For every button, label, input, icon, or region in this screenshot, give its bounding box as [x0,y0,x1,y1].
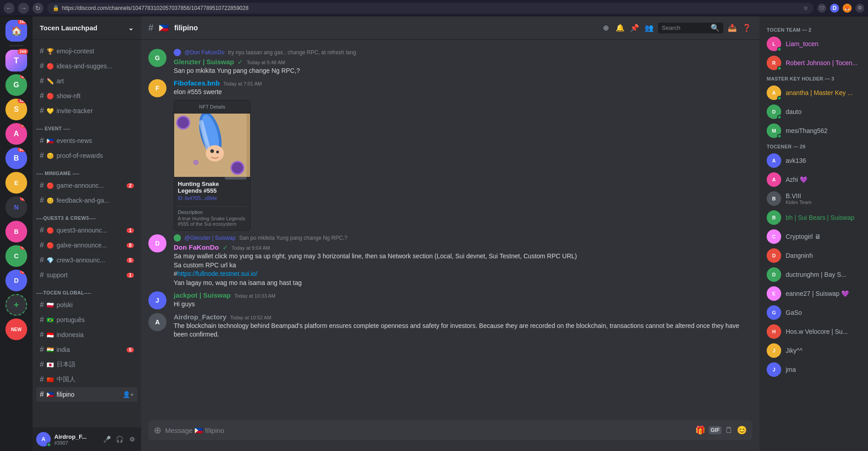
channel-name: ideas-and-sugges... [57,62,134,70]
channel-item-quest3[interactable]: # 🔴 quest3-announc... 1 [36,223,138,237]
hash-icon: # [40,181,44,190]
member-item-dauto[interactable]: D dauto [763,102,864,121]
channel-name: india [57,346,124,353]
message-author[interactable]: Glenzter | Suiswap [174,58,234,66]
channel-name: emoji-contest [57,47,134,55]
gift-icon[interactable]: 🎁 [695,425,705,435]
channel-item-invite-tracker[interactable]: # 💛 invite-tracker [36,104,138,118]
sticker-icon[interactable]: 🗒 [725,426,733,435]
channel-name: português [57,316,134,323]
notification-button[interactable]: 🔔 [615,23,626,33]
member-item-cryptogirl[interactable]: C Cryptogirl 🖥 [763,227,864,246]
server-add-icon[interactable]: + [5,294,27,316]
member-item-robert[interactable]: R Robert Johnson | Tocen... [763,53,864,72]
server-icon-5[interactable]: B 287 [5,147,27,169]
channel-item-show-nft[interactable]: # 🔴 show-nft [36,89,138,103]
help-button[interactable]: ❓ [741,23,752,33]
server-icon-3[interactable]: S 129 [5,99,27,120]
hash-icon: # [40,361,44,369]
member-item-dangninh[interactable]: D Dangninh [763,246,864,265]
message-author[interactable]: Airdrop_Factory [174,313,227,321]
channel-item-game-announc[interactable]: # 🔴 game-announc... 2 [36,178,138,193]
server-icon-10[interactable]: D 46 [5,270,27,291]
server-icon-2[interactable]: G 21 [5,74,27,96]
hash-icon: # [40,256,44,264]
channel-item-indonesia[interactable]: # 🇮🇩 indonesia [36,328,138,342]
mute-button[interactable]: 🎤 [101,434,112,445]
server-icon-7[interactable]: N 95 [5,196,27,218]
forward-button[interactable]: → [18,3,29,14]
members-button[interactable]: 👥 [644,23,655,33]
channel-name: invite-tracker [57,107,134,114]
inbox-button[interactable]: 📥 [727,23,738,33]
emoji-icon[interactable]: 😊 [737,425,747,435]
member-item-jma[interactable]: J jma [763,360,864,379]
channel-item-polski[interactable]: # 🇵🇱 polski [36,298,138,312]
member-item-ductrunghm[interactable]: D ductrunghm | Bay S... [763,265,864,284]
member-item-bh[interactable]: B bh | Sui Bears | Suiswap [763,208,864,227]
server-icon-4[interactable]: A 36 [5,123,27,145]
member-item-jiky[interactable]: J Jiky^^ [763,341,864,360]
search-input[interactable] [662,24,707,31]
settings-button[interactable]: ⚙ [127,434,138,445]
channel-item-emoji-contest[interactable]: # 🏆 emoji-contest [36,44,138,58]
channel-item-chinese[interactable]: # 🇨🇳 中国人 [36,372,138,387]
rpc-link[interactable]: https://fullnode.testnet.sui.io/ [177,270,257,277]
server-icon-home[interactable]: 🏠 157 [5,20,27,42]
member-item-eanne27[interactable]: E eanne27 | Suiswap 💜 [763,284,864,303]
message-input[interactable] [165,423,692,438]
member-item-avk136[interactable]: A avk136 [763,151,864,170]
profile-icon[interactable]: D [830,4,839,13]
attach-button[interactable]: ⊕ [154,425,161,436]
online-dot [777,66,782,71]
threads-button[interactable]: ⊕ [600,23,611,33]
member-section-tocen-team: TOCEN TEAM — 2 [763,24,864,34]
channel-item-events-news[interactable]: # 🇵🇭 events-news [36,133,138,148]
member-item-bviii[interactable]: B B.VIII Kidex Team [763,189,864,208]
channel-name: 中国人 [57,375,134,384]
channel-item-portugues[interactable]: # 🇧🇷 português [36,313,138,327]
member-add-icon[interactable]: 👤+ [123,391,134,398]
channel-item-proof-of-rewards[interactable]: # 😊 proof-of-rewards [36,148,138,163]
back-button[interactable]: ← [4,3,14,14]
deafen-button[interactable]: 🎧 [114,434,125,445]
member-avatar: B [767,210,781,225]
channel-item-india[interactable]: # 🇮🇳 india 5 [36,342,138,357]
category-minigame: ---- MINIGAME ---- [33,163,141,178]
avatar-col: D [148,234,166,287]
channel-item-japanese[interactable]: # 🇯🇵 日本語 [36,357,138,372]
channel-item-feedback[interactable]: # 😊 feedback-and-ga... [36,193,138,208]
server-icon-tocen[interactable]: T 268 [5,50,27,71]
channel-emoji-icon: 💎 [47,257,54,264]
search-bar[interactable]: 🔍 [658,23,723,33]
server-icon-6[interactable]: E [5,172,27,194]
channel-emoji-icon: 🇵🇱 [47,302,54,309]
channel-badge: 2 [127,183,134,188]
pin-button[interactable]: 📌 [629,23,640,33]
member-item-anantha[interactable]: A anantha | Master Key ... [763,83,864,102]
url-bar[interactable]: 🔒 https://discord.com/channels/104778310… [47,3,814,14]
refresh-button[interactable]: ↻ [33,3,43,14]
message-author[interactable]: Don FaKonDo [174,243,219,251]
message-author[interactable]: jackpot | Suiswap [174,291,231,299]
message-content: @Don FaKonDo try nyu taasan ang gas , ch… [174,49,752,76]
member-avatar: R [767,56,781,70]
channel-item-support[interactable]: # support 1 [36,268,138,282]
channel-item-filipino[interactable]: # 🇵🇭 filipino 👤+ [36,387,138,402]
server-icon-9[interactable]: C 61 [5,245,27,267]
message-author[interactable]: Fibofaces.bnb [174,79,220,87]
member-item-gaso[interactable]: G GaSo [763,303,864,322]
member-item-azhi[interactable]: A Azhi 💜 [763,170,864,189]
member-item-mesithang[interactable]: M mesiThang562 [763,121,864,140]
gif-icon[interactable]: GIF [709,426,721,434]
member-item-hosw[interactable]: H Hos.w Velocore | Su... [763,322,864,341]
server-icon-8[interactable]: B [5,221,27,242]
server-header[interactable]: Tocen Launchpad ⌄ [33,16,141,40]
server-new-icon[interactable]: NEW [5,318,27,340]
member-item-liam[interactable]: L Liam_tocen [763,34,864,53]
channel-item-crew3[interactable]: # 💎 crew3-announc... 5 [36,253,138,267]
channel-item-ideas[interactable]: # 🔴 ideas-and-sugges... [36,59,138,73]
channel-item-galxe[interactable]: # 🔴 galxe-announce... 8 [36,238,138,252]
server-tocen-badge: 268 [18,49,28,54]
channel-item-art[interactable]: # ✏️ art [36,74,138,88]
